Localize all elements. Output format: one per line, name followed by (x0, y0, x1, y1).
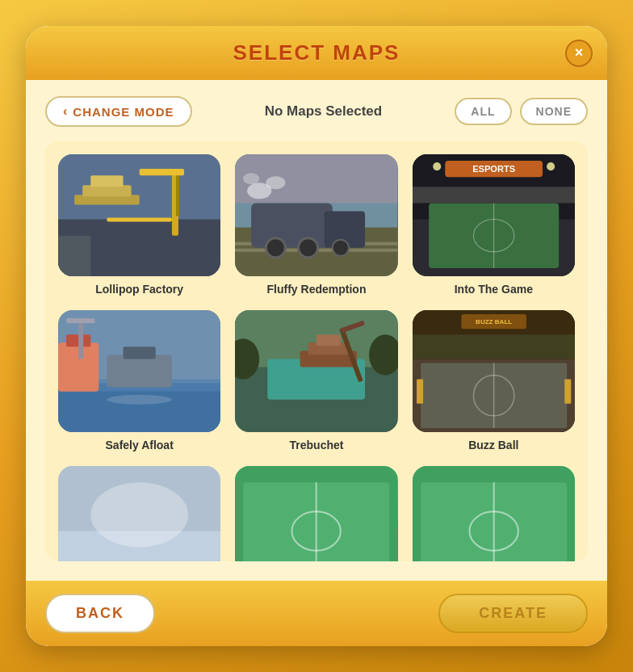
svg-point-18 (266, 238, 286, 258)
svg-rect-4 (90, 175, 123, 187)
map-item-trebuchet[interactable]: Trebuchet (235, 310, 397, 452)
map-thumb-trebuchet (235, 310, 397, 432)
svg-rect-60 (564, 380, 571, 404)
map-item-safely-afloat[interactable]: Safely Afloat (58, 310, 220, 452)
modal-header: SELECT MAPS × (26, 26, 607, 80)
svg-rect-31 (413, 187, 575, 203)
all-button[interactable]: ALL (455, 98, 511, 125)
map-label-buzz-ball: Buzz Ball (468, 439, 518, 452)
svg-rect-62 (413, 334, 575, 359)
map-thumb-safely-afloat (58, 310, 220, 432)
map-thumb-buzz-ball: BUZZ BALL (413, 310, 575, 432)
modal-title: SELECT MAPS (233, 40, 400, 65)
close-button[interactable]: × (565, 40, 593, 67)
create-button[interactable]: CREATE (438, 594, 588, 633)
map-label-trebuchet: Trebuchet (290, 439, 344, 452)
back-button[interactable]: BACK (45, 594, 155, 633)
toolbar: ‹ CHANGE MODE No Maps Selected ALL NONE (45, 96, 588, 127)
map-item-buzz-ball[interactable]: BUZZ BALL Buzz Ball (413, 310, 575, 452)
map-label-into-the-game: Into The Game (455, 283, 533, 296)
svg-point-33 (547, 162, 555, 170)
map-item-into-the-game[interactable]: ESPORTS Into The Game (413, 154, 575, 296)
svg-point-22 (266, 176, 286, 189)
map-thumb-partial3 (413, 466, 575, 561)
svg-rect-10 (107, 218, 172, 222)
map-item-partial1[interactable] (58, 466, 220, 561)
selection-status: No Maps Selected (265, 103, 383, 120)
modal-footer: BACK CREATE (26, 581, 607, 646)
svg-rect-6 (140, 169, 184, 175)
map-thumb-fluffy-redemption (235, 154, 397, 276)
map-label-lollipop-factory: Lollipop Factory (95, 283, 183, 296)
svg-rect-42 (66, 318, 94, 323)
svg-rect-49 (316, 334, 341, 346)
svg-point-19 (299, 238, 318, 258)
svg-rect-39 (107, 355, 172, 387)
maps-grid: Lollipop Factory Fluffy Redemption (58, 154, 575, 561)
svg-point-32 (433, 162, 441, 170)
svg-point-23 (243, 173, 259, 184)
svg-rect-7 (176, 175, 179, 216)
svg-rect-9 (99, 244, 123, 276)
svg-rect-41 (78, 318, 83, 359)
map-label-fluffy-redemption: Fluffy Redemption (267, 283, 367, 296)
svg-rect-16 (251, 203, 333, 247)
map-item-fluffy-redemption[interactable]: Fluffy Redemption (235, 154, 397, 296)
svg-rect-59 (417, 380, 423, 404)
none-button[interactable]: NONE (520, 98, 588, 125)
map-thumb-partial2 (235, 466, 397, 561)
map-thumb-into-the-game: ESPORTS (413, 154, 575, 276)
svg-point-20 (333, 240, 349, 256)
change-mode-label: CHANGE MODE (73, 105, 174, 119)
map-item-partial3[interactable] (413, 466, 575, 561)
filter-buttons: ALL NONE (455, 98, 588, 125)
svg-point-43 (107, 395, 172, 405)
modal-body: ‹ CHANGE MODE No Maps Selected ALL NONE (26, 80, 607, 581)
svg-rect-3 (82, 185, 131, 196)
svg-text:ESPORTS: ESPORTS (472, 164, 515, 174)
map-item-partial2[interactable] (235, 466, 397, 561)
background: SELECT MAPS × ‹ CHANGE MODE No Maps Sele… (0, 0, 633, 672)
svg-rect-8 (58, 236, 90, 276)
maps-grid-wrapper[interactable]: Lollipop Factory Fluffy Redemption (45, 141, 588, 561)
svg-point-67 (90, 482, 188, 548)
svg-text:BUZZ BALL: BUZZ BALL (476, 318, 512, 326)
select-maps-modal: SELECT MAPS × ‹ CHANGE MODE No Maps Sele… (26, 26, 607, 646)
map-label-safely-afloat: Safely Afloat (106, 439, 174, 452)
map-thumb-partial1 (58, 466, 220, 561)
chevron-left-icon: ‹ (63, 104, 68, 119)
map-thumb-lollipop-factory (58, 154, 220, 276)
svg-rect-40 (124, 346, 156, 359)
change-mode-button[interactable]: ‹ CHANGE MODE (45, 96, 192, 127)
map-item-lollipop-factory[interactable]: Lollipop Factory (58, 154, 220, 296)
